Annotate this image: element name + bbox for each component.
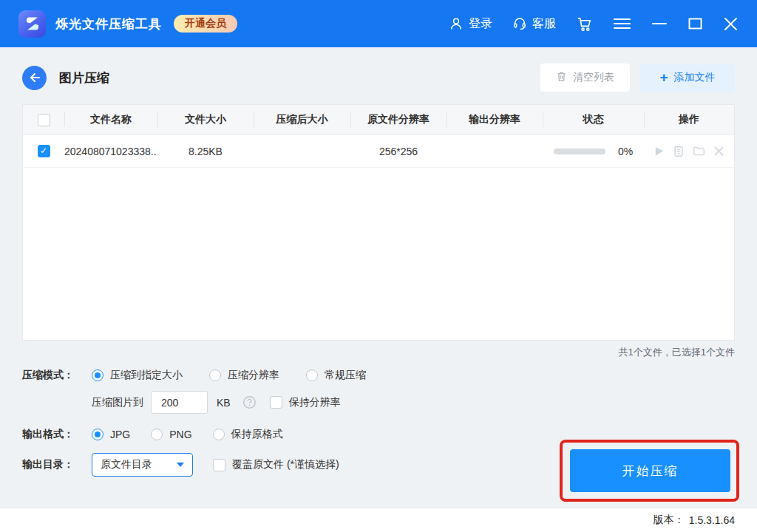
radio-label: 保持原格式 <box>231 428 283 441</box>
open-folder-icon[interactable] <box>693 145 705 157</box>
file-info-icon[interactable] <box>673 146 685 157</box>
add-files-button[interactable]: + 添加文件 <box>640 64 735 92</box>
add-files-label: 添加文件 <box>674 71 716 84</box>
app-title: 烁光文件压缩工具 <box>55 16 162 33</box>
login-label: 登录 <box>469 16 492 32</box>
vip-badge-button[interactable]: 开通会员 <box>174 15 237 33</box>
start-compression-button[interactable]: 开始压缩 <box>570 449 730 492</box>
target-size-row: 压缩图片到 KB 保持分辨率 <box>22 391 757 414</box>
row-checkbox[interactable] <box>38 145 50 157</box>
minimize-button[interactable] <box>651 16 668 31</box>
radio-label: JPG <box>110 429 130 440</box>
login-button[interactable]: 登录 <box>449 16 492 32</box>
version-label: 版本： <box>654 514 685 527</box>
highlight-annotation: 开始压缩 <box>560 440 739 502</box>
radio-format-keep[interactable]: 保持原格式 <box>213 428 283 441</box>
radio-mode-target-size[interactable]: 压缩到指定大小 <box>92 369 183 382</box>
chevron-down-icon <box>177 463 184 467</box>
file-table: 文件名称 文件大小 压缩后大小 原文件分辨率 输出分辨率 状态 操作 20240… <box>22 104 735 341</box>
compress-to-label: 压缩图片到 <box>92 396 143 409</box>
keep-resolution-checkbox[interactable] <box>270 396 282 409</box>
col-header-filesize: 文件大小 <box>157 113 254 126</box>
output-directory-label: 输出目录： <box>22 458 92 471</box>
cell-status: 0% <box>543 146 644 157</box>
clear-list-button[interactable]: 清空列表 <box>540 64 630 92</box>
output-format-label: 输出格式： <box>22 428 92 441</box>
app-logo-icon <box>18 10 46 38</box>
radio-mode-normal[interactable]: 常规压缩 <box>306 369 366 382</box>
cell-original-resolution: 256*256 <box>350 146 447 157</box>
col-header-status: 状态 <box>543 113 644 126</box>
close-button[interactable] <box>723 16 739 32</box>
radio-label: 压缩分辨率 <box>228 369 279 382</box>
overwrite-label: 覆盖原文件 (*谨慎选择) <box>232 458 339 471</box>
headset-icon <box>512 16 527 31</box>
radio-icon <box>209 369 221 381</box>
radio-label: 常规压缩 <box>325 369 366 382</box>
file-count-summary: 共1个文件，已选择1个文件 <box>22 346 735 359</box>
back-button[interactable] <box>22 66 47 90</box>
trash-icon <box>556 71 567 84</box>
compression-mode-row: 压缩模式： 压缩到指定大小 压缩分辨率 常规压缩 <box>22 369 757 382</box>
progress-percent: 0% <box>618 146 633 157</box>
progress-bar <box>554 149 605 154</box>
cell-filesize: 8.25KB <box>157 146 254 157</box>
radio-icon <box>306 369 318 381</box>
cell-filename: 202408071023338... <box>64 146 157 157</box>
table-row: 202408071023338... 8.25KB 256*256 0% <box>23 135 734 168</box>
radio-mode-resolution[interactable]: 压缩分辨率 <box>209 369 279 382</box>
radio-icon <box>151 429 163 440</box>
radio-icon <box>92 369 103 381</box>
page-title: 图片压缩 <box>59 69 109 86</box>
footer: 版本： 1.5.3.1.64 <box>0 508 757 532</box>
radio-icon <box>92 429 103 440</box>
radio-format-png[interactable]: PNG <box>151 429 191 440</box>
maximize-button[interactable] <box>688 16 703 31</box>
col-header-output-resolution: 输出分辨率 <box>447 113 543 126</box>
output-directory-value: 原文件目录 <box>101 458 177 471</box>
help-icon[interactable] <box>242 395 257 409</box>
col-header-operations: 操作 <box>644 113 734 126</box>
titlebar: 烁光文件压缩工具 开通会员 登录 <box>0 0 757 47</box>
table-header: 文件名称 文件大小 压缩后大小 原文件分辨率 输出分辨率 状态 操作 <box>23 105 734 135</box>
radio-label: PNG <box>169 429 191 440</box>
radio-icon <box>213 429 225 440</box>
menu-button[interactable] <box>613 16 631 31</box>
customer-service-button[interactable]: 客服 <box>512 16 556 32</box>
col-header-filename: 文件名称 <box>64 113 157 126</box>
version-value: 1.5.3.1.64 <box>689 514 735 526</box>
remove-row-icon[interactable] <box>713 146 724 157</box>
radio-label: 压缩到指定大小 <box>110 369 183 382</box>
clear-list-label: 清空列表 <box>573 71 614 84</box>
service-label: 客服 <box>532 16 556 32</box>
compression-mode-label: 压缩模式： <box>22 369 92 382</box>
cell-operations <box>644 145 734 157</box>
col-header-original-resolution: 原文件分辨率 <box>350 113 447 126</box>
target-size-input[interactable] <box>151 391 208 414</box>
radio-format-jpg[interactable]: JPG <box>92 429 130 440</box>
output-directory-select[interactable]: 原文件目录 <box>92 453 193 477</box>
page-header: 图片压缩 清空列表 + 添加文件 <box>0 47 757 104</box>
start-row-icon[interactable] <box>654 146 665 157</box>
arrow-left-icon <box>28 71 41 84</box>
app-window: 烁光文件压缩工具 开通会员 登录 <box>0 0 757 532</box>
user-icon <box>449 16 464 31</box>
cart-button[interactable] <box>576 16 593 33</box>
col-header-compressed: 压缩后大小 <box>254 113 350 126</box>
keep-resolution-label: 保持分辨率 <box>289 396 341 409</box>
size-unit-label: KB <box>217 397 231 409</box>
plus-icon: + <box>659 70 668 84</box>
select-all-checkbox[interactable] <box>38 114 50 126</box>
overwrite-checkbox[interactable] <box>213 459 225 471</box>
